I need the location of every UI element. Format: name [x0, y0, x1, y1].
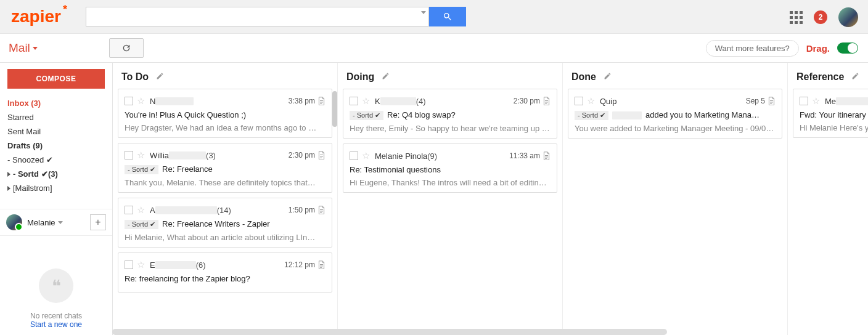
- horizontal-scrollbar[interactable]: [112, 329, 667, 335]
- sidebar-item[interactable]: [0, 195, 112, 205]
- features-pill[interactable]: Want more features?: [706, 40, 799, 57]
- email-card[interactable]: ☆MeFwd: Your itinerary for youHi Melanie…: [793, 89, 868, 138]
- label-tag[interactable]: - Sortd ✔: [350, 111, 383, 120]
- search-input[interactable]: [86, 7, 429, 26]
- mail-dropdown[interactable]: Mail: [7, 41, 40, 55]
- board-column: Done☆QuipSep 5- Sortd ✔added you to Mark…: [563, 63, 788, 335]
- sender-name: Me: [825, 97, 836, 106]
- hangouts-user-row[interactable]: Melanie +: [0, 209, 112, 236]
- timestamp: 12:12 pm: [284, 260, 315, 269]
- card-checkbox[interactable]: [125, 97, 133, 105]
- sidebar-item-label: Sent Mail: [7, 127, 41, 136]
- email-preview: Hi Melanie, What about an article about …: [125, 233, 326, 242]
- drag-toggle[interactable]: [837, 42, 858, 54]
- email-subject: - Sortd ✔Re: Freelance Writers - Zapier: [125, 219, 326, 229]
- caret-down-icon[interactable]: [58, 221, 63, 224]
- search-button[interactable]: [429, 7, 466, 26]
- board-column: Reference☆MeFwd: Your itinerary for youH…: [788, 63, 868, 335]
- label-tag[interactable]: - Sortd ✔: [125, 165, 158, 174]
- star-icon[interactable]: ☆: [137, 95, 145, 107]
- card-checkbox[interactable]: [125, 151, 133, 159]
- email-card[interactable]: ☆A (14)1:50 pm- Sortd ✔Re: Freelance Wri…: [118, 198, 332, 248]
- email-subject: - Sortd ✔Re: Q4 blog swap?: [350, 110, 551, 120]
- sidebar-item[interactable]: - Sortd ✔ (3): [0, 167, 112, 181]
- document-icon: [317, 97, 326, 106]
- email-card[interactable]: ☆QuipSep 5- Sortd ✔added you to Marketin…: [568, 89, 782, 139]
- sidebar-item-label: - Snoozed: [7, 155, 44, 164]
- card-checkbox[interactable]: [125, 206, 133, 214]
- email-preview: Hey Dragster, We had an idea a few month…: [125, 123, 326, 132]
- email-card[interactable]: ☆N3:38 pmYou're in! Plus A Quick Questio…: [118, 89, 332, 138]
- sidebar-item[interactable]: - Snoozed ✔: [0, 153, 112, 167]
- email-card[interactable]: ☆Melanie Pinola (9)11:33 amRe: Testimoni…: [343, 143, 557, 193]
- edit-icon[interactable]: [156, 72, 164, 82]
- star-icon[interactable]: ☆: [812, 95, 820, 107]
- user-avatar: [6, 214, 22, 230]
- star-icon[interactable]: ☆: [587, 95, 595, 107]
- edit-icon[interactable]: [604, 72, 612, 82]
- card-checkbox[interactable]: [350, 151, 358, 160]
- star-icon[interactable]: ☆: [137, 204, 145, 216]
- column-header: Reference: [793, 63, 868, 89]
- card-checkbox[interactable]: [350, 97, 358, 105]
- compose-button[interactable]: COMPOSE: [7, 69, 105, 89]
- kanban-board: To Do☆N3:38 pmYou're in! Plus A Quick Qu…: [113, 63, 868, 335]
- sidebar-item-label: - Sortd: [13, 169, 39, 179]
- label-tag[interactable]: - Sortd ✔: [575, 111, 608, 120]
- sidebar-item-label: Inbox (3): [7, 99, 41, 108]
- email-preview: Hey there, Emily - So happy to hear we'r…: [350, 124, 551, 133]
- sidebar-item-label: Starred: [7, 113, 34, 122]
- star-icon[interactable]: ☆: [137, 259, 145, 270]
- column-header: Done: [568, 63, 782, 89]
- redacted-text: [155, 261, 196, 269]
- apps-grid-icon[interactable]: [790, 11, 803, 24]
- add-contact-button[interactable]: +: [90, 214, 106, 230]
- document-icon: [317, 206, 326, 215]
- expand-arrow-icon: [7, 172, 10, 177]
- redacted-text: [380, 97, 416, 105]
- card-checkbox[interactable]: [575, 97, 583, 105]
- email-card[interactable]: ☆Willia (3)2:30 pm- Sortd ✔Re: Freelance…: [118, 143, 332, 193]
- email-preview: Hi Eugene, Thanks! The intros will need …: [350, 178, 551, 187]
- redacted-text: [155, 206, 217, 214]
- email-card[interactable]: ☆K (4)2:30 pm- Sortd ✔Re: Q4 blog swap?H…: [343, 89, 557, 139]
- star-icon[interactable]: ☆: [137, 150, 145, 161]
- sidebar-item[interactable]: [Mailstrom]: [0, 181, 112, 195]
- star-icon[interactable]: ☆: [362, 150, 370, 161]
- thread-count: (3): [206, 151, 216, 160]
- sidebar-item[interactable]: Sent Mail: [0, 124, 112, 139]
- document-icon: [768, 97, 776, 106]
- timestamp: 11:33 am: [509, 151, 540, 160]
- sender-name: A: [150, 206, 155, 215]
- edit-icon[interactable]: [851, 72, 859, 82]
- search-icon: [443, 12, 452, 22]
- hangouts-panel: ❝ No recent chats Start a new one: [0, 268, 112, 329]
- search-dropdown-caret[interactable]: [421, 11, 426, 14]
- email-card[interactable]: ☆E (6)12:12 pmRe: freelancing for the Za…: [118, 252, 332, 293]
- sidebar-item[interactable]: Inbox (3): [0, 96, 112, 110]
- edit-icon[interactable]: [382, 72, 390, 82]
- thread-count: (6): [196, 260, 206, 270]
- vertical-scrollbar[interactable]: [332, 91, 337, 127]
- start-chat-link[interactable]: Start a new one: [30, 320, 82, 329]
- email-subject: - Sortd ✔Re: Freelance: [125, 164, 326, 174]
- refresh-icon: [121, 43, 131, 53]
- user-name: Melanie: [27, 218, 55, 227]
- sidebar-item-label: Drafts (9): [7, 141, 43, 150]
- notification-badge[interactable]: 2: [814, 10, 827, 24]
- email-preview: Thank you, Melanie. These are definitely…: [125, 178, 326, 187]
- presence-dot: [15, 223, 23, 231]
- hangouts-empty-text: No recent chats: [0, 312, 112, 320]
- star-icon[interactable]: ☆: [362, 95, 370, 107]
- label-tag[interactable]: - Sortd ✔: [125, 220, 158, 229]
- email-subject: - Sortd ✔added you to Marketing Mana…: [575, 110, 776, 120]
- account-avatar[interactable]: [838, 7, 858, 27]
- sidebar-item[interactable]: Drafts (9): [0, 139, 112, 153]
- thread-count: (14): [217, 206, 231, 215]
- sidebar-item[interactable]: Starred: [0, 110, 112, 124]
- refresh-button[interactable]: [109, 38, 144, 58]
- card-checkbox[interactable]: [125, 260, 133, 269]
- card-checkbox[interactable]: [800, 97, 808, 105]
- redacted-text: [155, 97, 194, 105]
- column-title: To Do: [121, 71, 149, 83]
